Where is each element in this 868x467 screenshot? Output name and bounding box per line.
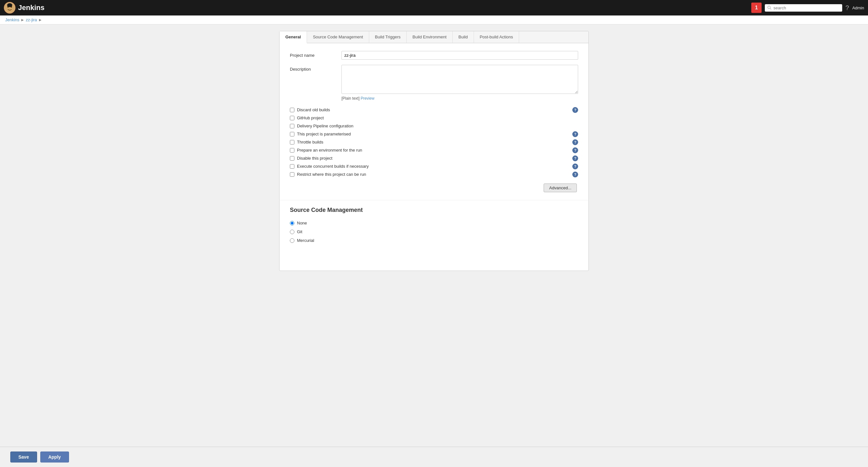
restrict-where-checkbox[interactable] xyxy=(290,172,294,177)
form-area: Project name Description [Plain text] Pr… xyxy=(280,43,588,200)
svg-point-4 xyxy=(768,6,770,9)
prepare-env-checkbox[interactable] xyxy=(290,148,294,153)
breadcrumb-sep-1: ▶ xyxy=(21,18,24,22)
disable-project-checkbox[interactable] xyxy=(290,156,294,161)
discard-old-builds-checkbox[interactable] xyxy=(290,108,294,112)
radio-row-mercurial: Mercurial xyxy=(290,236,578,245)
throttle-builds-checkbox[interactable] xyxy=(290,140,294,145)
tab-post-build-actions[interactable]: Post-build Actions xyxy=(474,31,519,43)
delivery-pipeline-checkbox[interactable] xyxy=(290,124,294,128)
concurrent-builds-help[interactable]: ? xyxy=(572,163,578,169)
discard-old-builds-label: Discard old builds xyxy=(297,107,330,112)
advanced-button[interactable]: Advanced... xyxy=(544,184,577,192)
search-icon xyxy=(767,5,772,10)
throttle-builds-label: Throttle builds xyxy=(297,139,323,145)
checkbox-row-discard-old-builds: Discard old builds ? xyxy=(290,106,578,114)
search-box xyxy=(765,4,842,11)
scm-git-label: Git xyxy=(297,229,303,234)
svg-line-5 xyxy=(770,8,771,10)
prepare-env-help[interactable]: ? xyxy=(572,147,578,153)
breadcrumb-jenkins[interactable]: Jenkins xyxy=(5,18,19,22)
help-icon[interactable]: ? xyxy=(845,4,849,11)
checkbox-row-prepare-env: Prepare an environment for the run ? xyxy=(290,146,578,154)
project-name-control xyxy=(341,51,578,60)
disable-project-label: Disable this project xyxy=(297,156,333,161)
scm-git-radio[interactable] xyxy=(290,230,294,234)
tab-build[interactable]: Build xyxy=(453,31,474,43)
checkbox-row-parameterised: This project is parameterised ? xyxy=(290,130,578,138)
advanced-btn-row: Advanced... xyxy=(290,184,578,192)
config-card: General Source Code Management Build Tri… xyxy=(279,31,589,271)
project-name-input[interactable] xyxy=(341,51,578,60)
breadcrumb-sep-2: ▶ xyxy=(39,18,41,22)
checkboxes-section: Discard old builds ? GitHub project Deli… xyxy=(290,106,578,178)
checkbox-row-restrict-where: Restrict where this project can be run ? xyxy=(290,170,578,178)
checkbox-row-concurrent-builds: Execute concurrent builds if necessary ? xyxy=(290,162,578,170)
github-project-label: GitHub project xyxy=(297,116,324,120)
description-label: Description xyxy=(290,65,341,71)
project-name-row: Project name xyxy=(290,51,578,60)
app-name: Jenkins xyxy=(18,4,44,12)
preview-link[interactable]: Preview xyxy=(361,96,374,101)
admin-link[interactable]: Admin xyxy=(852,5,864,10)
project-name-label: Project name xyxy=(290,51,341,58)
scm-mercurial-radio[interactable] xyxy=(290,238,294,243)
concurrent-builds-checkbox[interactable] xyxy=(290,164,294,169)
main-content: General Source Code Management Build Tri… xyxy=(0,25,868,277)
description-textarea[interactable] xyxy=(341,65,578,94)
tab-build-triggers[interactable]: Build Triggers xyxy=(369,31,407,43)
parameterised-help[interactable]: ? xyxy=(572,131,578,137)
restrict-where-help[interactable]: ? xyxy=(572,172,578,177)
plain-text-note: [Plain text] Preview xyxy=(341,96,578,101)
disable-project-help[interactable]: ? xyxy=(572,155,578,161)
radio-row-none: None xyxy=(290,219,578,227)
checkbox-row-github-project: GitHub project xyxy=(290,114,578,122)
parameterised-label: This project is parameterised xyxy=(297,132,351,136)
jenkins-logo[interactable]: Jenkins xyxy=(4,2,44,13)
discard-old-builds-help[interactable]: ? xyxy=(572,107,578,113)
search-input[interactable] xyxy=(774,5,840,10)
delivery-pipeline-label: Delivery Pipeline configuration xyxy=(297,124,353,128)
tab-build-environment[interactable]: Build Environment xyxy=(407,31,453,43)
header: Jenkins 1 ? Admin xyxy=(0,0,868,15)
checkbox-row-disable-project: Disable this project ? xyxy=(290,154,578,162)
prepare-env-label: Prepare an environment for the run xyxy=(297,148,362,153)
notification-badge[interactable]: 1 xyxy=(751,3,762,13)
scm-none-label: None xyxy=(297,221,307,225)
scm-mercurial-label: Mercurial xyxy=(297,238,314,243)
breadcrumb-zz-jira[interactable]: zz-jira xyxy=(26,18,37,22)
checkbox-row-throttle-builds: Throttle builds ? xyxy=(290,138,578,146)
description-control: [Plain text] Preview xyxy=(341,65,578,101)
restrict-where-label: Restrict where this project can be run xyxy=(297,172,366,177)
throttle-builds-help[interactable]: ? xyxy=(572,139,578,145)
description-row: Description [Plain text] Preview xyxy=(290,65,578,101)
github-project-checkbox[interactable] xyxy=(290,116,294,120)
tab-general[interactable]: General xyxy=(280,31,307,43)
scm-heading: Source Code Management xyxy=(280,200,588,219)
checkbox-row-delivery-pipeline: Delivery Pipeline configuration xyxy=(290,122,578,130)
tab-bar: General Source Code Management Build Tri… xyxy=(280,31,588,43)
tab-source-code-management[interactable]: Source Code Management xyxy=(307,31,369,43)
jenkins-avatar xyxy=(4,2,16,13)
radio-row-git: Git xyxy=(290,227,578,236)
scm-none-radio[interactable] xyxy=(290,221,294,225)
concurrent-builds-label: Execute concurrent builds if necessary xyxy=(297,164,369,169)
scm-radio-section: None Git Mercurial xyxy=(280,219,588,245)
svg-point-3 xyxy=(7,3,12,7)
parameterised-checkbox[interactable] xyxy=(290,132,294,136)
breadcrumb: Jenkins ▶ zz-jira ▶ xyxy=(0,15,868,25)
